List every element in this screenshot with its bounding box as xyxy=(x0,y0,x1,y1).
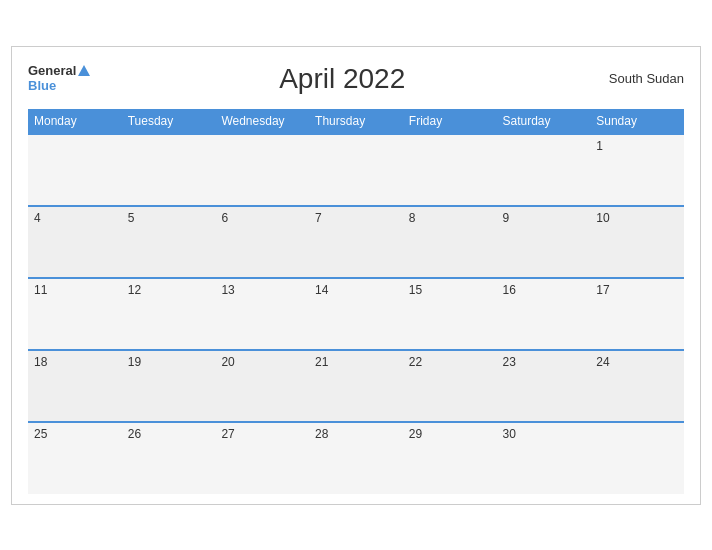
calendar-title: April 2022 xyxy=(90,63,594,95)
calendar-day-cell: 29 xyxy=(403,422,497,494)
calendar-day-cell: 5 xyxy=(122,206,216,278)
weekday-header-saturday: Saturday xyxy=(497,109,591,134)
logo-triangle-icon xyxy=(78,65,90,76)
calendar-day-cell: 23 xyxy=(497,350,591,422)
calendar-day-cell: 8 xyxy=(403,206,497,278)
logo-general-text: General xyxy=(28,64,90,78)
calendar-day-cell: 28 xyxy=(309,422,403,494)
calendar-day-cell: 24 xyxy=(590,350,684,422)
day-number: 1 xyxy=(596,139,603,153)
weekday-header-thursday: Thursday xyxy=(309,109,403,134)
calendar-day-cell: 4 xyxy=(28,206,122,278)
day-number: 30 xyxy=(503,427,516,441)
day-number: 8 xyxy=(409,211,416,225)
day-number: 20 xyxy=(221,355,234,369)
day-number: 6 xyxy=(221,211,228,225)
day-number: 27 xyxy=(221,427,234,441)
day-number: 26 xyxy=(128,427,141,441)
day-number: 13 xyxy=(221,283,234,297)
day-number: 25 xyxy=(34,427,47,441)
calendar-day-cell xyxy=(403,134,497,206)
calendar-day-cell: 11 xyxy=(28,278,122,350)
day-number: 21 xyxy=(315,355,328,369)
day-number: 23 xyxy=(503,355,516,369)
calendar-day-cell: 30 xyxy=(497,422,591,494)
calendar-day-cell: 6 xyxy=(215,206,309,278)
calendar-day-cell: 16 xyxy=(497,278,591,350)
logo: General Blue xyxy=(28,64,90,93)
calendar-day-cell: 19 xyxy=(122,350,216,422)
day-number: 28 xyxy=(315,427,328,441)
calendar-day-cell: 22 xyxy=(403,350,497,422)
calendar-day-cell xyxy=(590,422,684,494)
calendar-day-cell: 14 xyxy=(309,278,403,350)
day-number: 4 xyxy=(34,211,41,225)
day-number: 14 xyxy=(315,283,328,297)
calendar-day-cell: 7 xyxy=(309,206,403,278)
weekday-header-friday: Friday xyxy=(403,109,497,134)
calendar-day-cell: 26 xyxy=(122,422,216,494)
calendar-week-row: 1 xyxy=(28,134,684,206)
day-number: 29 xyxy=(409,427,422,441)
weekday-header-monday: Monday xyxy=(28,109,122,134)
calendar-day-cell: 1 xyxy=(590,134,684,206)
calendar-day-cell: 25 xyxy=(28,422,122,494)
calendar-day-cell: 17 xyxy=(590,278,684,350)
calendar-day-cell: 13 xyxy=(215,278,309,350)
logo-blue-text: Blue xyxy=(28,79,90,93)
day-number: 18 xyxy=(34,355,47,369)
calendar-week-row: 18192021222324 xyxy=(28,350,684,422)
day-number: 19 xyxy=(128,355,141,369)
weekday-header-wednesday: Wednesday xyxy=(215,109,309,134)
calendar-week-row: 45678910 xyxy=(28,206,684,278)
calendar-day-cell: 21 xyxy=(309,350,403,422)
calendar-week-row: 252627282930 xyxy=(28,422,684,494)
day-number: 5 xyxy=(128,211,135,225)
calendar-day-cell: 18 xyxy=(28,350,122,422)
calendar-day-cell: 27 xyxy=(215,422,309,494)
calendar-day-cell: 10 xyxy=(590,206,684,278)
calendar-country: South Sudan xyxy=(594,71,684,86)
calendar-day-cell: 12 xyxy=(122,278,216,350)
day-number: 11 xyxy=(34,283,47,297)
day-number: 7 xyxy=(315,211,322,225)
calendar-day-cell xyxy=(122,134,216,206)
day-number: 12 xyxy=(128,283,141,297)
calendar-header: General Blue April 2022 South Sudan xyxy=(28,63,684,95)
calendar-day-cell: 15 xyxy=(403,278,497,350)
day-number: 22 xyxy=(409,355,422,369)
weekday-header-sunday: Sunday xyxy=(590,109,684,134)
calendar-day-cell xyxy=(497,134,591,206)
day-number: 15 xyxy=(409,283,422,297)
calendar-day-cell xyxy=(309,134,403,206)
weekday-header-tuesday: Tuesday xyxy=(122,109,216,134)
day-number: 16 xyxy=(503,283,516,297)
calendar-grid: MondayTuesdayWednesdayThursdayFridaySatu… xyxy=(28,109,684,494)
calendar-week-row: 11121314151617 xyxy=(28,278,684,350)
day-number: 9 xyxy=(503,211,510,225)
calendar: General Blue April 2022 South Sudan Mond… xyxy=(11,46,701,505)
weekday-header-row: MondayTuesdayWednesdayThursdayFridaySatu… xyxy=(28,109,684,134)
day-number: 17 xyxy=(596,283,609,297)
day-number: 10 xyxy=(596,211,609,225)
calendar-day-cell xyxy=(28,134,122,206)
day-number: 24 xyxy=(596,355,609,369)
calendar-day-cell: 9 xyxy=(497,206,591,278)
calendar-day-cell xyxy=(215,134,309,206)
calendar-day-cell: 20 xyxy=(215,350,309,422)
